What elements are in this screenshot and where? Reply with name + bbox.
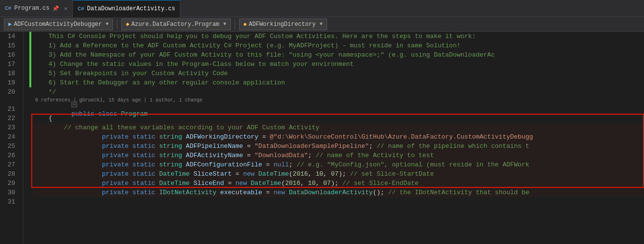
linenum-14: 14 bbox=[0, 32, 19, 41]
gutter-23 bbox=[23, 123, 31, 132]
gutter-19 bbox=[23, 78, 31, 87]
workdir-icon: ◆ bbox=[244, 20, 247, 28]
gutter-14 bbox=[23, 32, 31, 41]
gutter-28 bbox=[23, 169, 31, 179]
code-line-14: This C# Console Project should help you … bbox=[33, 32, 644, 41]
linenum-21: 21 bbox=[0, 104, 19, 114]
line-numbers: 14 15 16 17 18 19 20 21 22 23 24 25 26 2… bbox=[0, 32, 23, 244]
code-line-21: − public class Program bbox=[33, 104, 644, 114]
linenum-31: 31 bbox=[0, 197, 19, 206]
gutter-15 bbox=[23, 41, 31, 50]
gutter-21 bbox=[23, 104, 31, 114]
gutter-27 bbox=[23, 160, 31, 169]
tab-program-cs-label: Program.cs bbox=[14, 5, 49, 12]
linenum-29: 29 bbox=[0, 179, 19, 188]
gutter-29 bbox=[23, 179, 31, 188]
linenum-26: 26 bbox=[0, 151, 19, 160]
debugger-icon: ▶ bbox=[8, 20, 12, 28]
linenum-22: 22 bbox=[0, 114, 19, 123]
gutter-18 bbox=[23, 69, 31, 78]
toolbar-sep-1 bbox=[117, 20, 117, 29]
program-arrow: ▼ bbox=[223, 21, 226, 27]
linenum-25: 25 bbox=[0, 142, 19, 151]
toolbar-sep-2 bbox=[235, 20, 235, 29]
tab-bar: C# Program.cs 📌 ✕ C# DataDownloaderActiv… bbox=[0, 0, 644, 17]
linenum-19: 19 bbox=[0, 78, 19, 87]
code-line-30: private static IDotNetActivity executeab… bbox=[33, 188, 644, 197]
program-icon: ◆ bbox=[126, 20, 129, 28]
gutter bbox=[23, 32, 31, 244]
code-line-15: 1) Add a Reference to the ADF Custom Act… bbox=[33, 41, 644, 50]
linenum-24: 24 bbox=[0, 132, 19, 142]
gutter-16 bbox=[23, 50, 31, 60]
workdir-selector[interactable]: ◆ ADFWorkingDirectory ▼ bbox=[239, 19, 327, 30]
code-line-18: 5) Set Breakpoints in your Custom Activi… bbox=[33, 69, 644, 78]
linenum-23: 23 bbox=[0, 123, 19, 132]
debugger-label: ADFCustomActivityDebugger bbox=[14, 21, 102, 28]
cs-icon-2: C# bbox=[78, 6, 84, 12]
toolbar: ▶ ADFCustomActivityDebugger ▼ ◆ Azure.Da… bbox=[0, 17, 644, 32]
workdir-arrow: ▼ bbox=[320, 21, 323, 27]
gutter-25 bbox=[23, 142, 31, 151]
linenum-17: 17 bbox=[0, 60, 19, 69]
gutter-31 bbox=[23, 197, 31, 206]
linenum-git bbox=[0, 97, 19, 104]
linenum-15: 15 bbox=[0, 41, 19, 50]
gutter-22 bbox=[23, 114, 31, 123]
program-label: Azure.DataFactory.Program bbox=[132, 21, 220, 28]
tab-program-cs-close[interactable]: ✕ bbox=[64, 5, 67, 12]
linenum-28: 28 bbox=[0, 169, 19, 179]
gutter-20 bbox=[23, 87, 31, 97]
linenum-20: 20 bbox=[0, 87, 19, 97]
code-area: 14 15 16 17 18 19 20 21 22 23 24 25 26 2… bbox=[0, 32, 644, 244]
gutter-26 bbox=[23, 151, 31, 160]
gutter-30 bbox=[23, 188, 31, 197]
workdir-label: ADFWorkingDirectory bbox=[249, 21, 316, 28]
linenum-16: 16 bbox=[0, 50, 19, 60]
tab-program-cs[interactable]: C# Program.cs 📌 ✕ bbox=[0, 0, 73, 17]
program-selector[interactable]: ◆ Azure.DataFactory.Program ▼ bbox=[121, 19, 230, 30]
linenum-30: 30 bbox=[0, 188, 19, 197]
code-content: This C# Console Project should help you … bbox=[31, 32, 644, 244]
pin-icon: 📌 bbox=[52, 5, 59, 12]
linenum-18: 18 bbox=[0, 69, 19, 78]
code-line-19: 6) Start the Debugger as any other regul… bbox=[33, 78, 644, 87]
ide-window: C# Program.cs 📌 ✕ C# DataDownloaderActiv… bbox=[0, 0, 644, 244]
collapse-button[interactable]: − bbox=[71, 102, 77, 107]
debugger-selector[interactable]: ▶ ADFCustomActivityDebugger ▼ bbox=[4, 19, 113, 30]
debugger-arrow: ▼ bbox=[106, 21, 109, 27]
tab-datadownloader-cs[interactable]: C# DataDownloaderActivity.cs bbox=[73, 0, 180, 17]
code-line-16: 3) Add the Namespace of your ADF Custom … bbox=[33, 50, 644, 60]
tab-datadownloader-cs-label: DataDownloaderActivity.cs bbox=[87, 5, 175, 12]
gutter-24 bbox=[23, 132, 31, 142]
code-line-17: 4) Change the static values in the Progr… bbox=[33, 60, 644, 69]
linenum-27: 27 bbox=[0, 160, 19, 169]
gutter-git bbox=[23, 97, 31, 104]
gutter-17 bbox=[23, 60, 31, 69]
cs-icon: C# bbox=[5, 5, 11, 11]
